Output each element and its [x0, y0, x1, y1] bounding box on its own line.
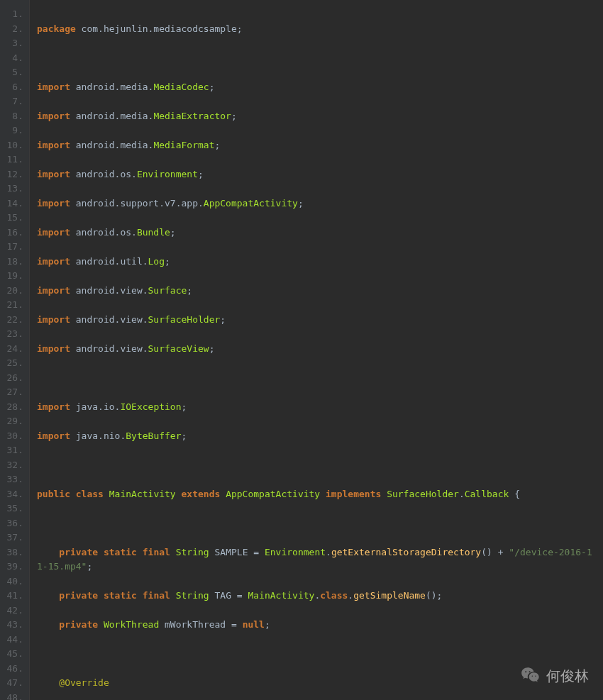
line-number: 14.	[0, 196, 23, 211]
line-number: 1.	[0, 7, 23, 22]
code-line[interactable]: import android.os.Bundle;	[37, 226, 603, 240]
line-number: 48.	[0, 691, 23, 701]
code-line[interactable]	[37, 516, 603, 531]
line-number: 42.	[0, 604, 23, 618]
line-number: 32.	[0, 458, 23, 473]
line-number: 10.	[0, 138, 23, 153]
line-number: 39.	[0, 560, 23, 574]
line-number: 38.	[0, 545, 23, 560]
code-line[interactable]: import android.view.SurfaceHolder;	[37, 313, 603, 328]
code-line[interactable]	[37, 458, 603, 473]
line-number: 33.	[0, 472, 23, 487]
line-number: 11.	[0, 152, 23, 167]
line-number: 31.	[0, 443, 23, 458]
line-number: 40.	[0, 574, 23, 589]
line-number: 22.	[0, 313, 23, 328]
code-line[interactable]: import android.view.Surface;	[37, 284, 603, 299]
line-gutter: 1. 2. 3. 4. 5. 6. 7. 8. 9. 10. 11. 12. 1…	[0, 0, 30, 700]
wechat-icon	[521, 666, 541, 686]
line-number: 21.	[0, 298, 23, 313]
code-line[interactable]: public class MainActivity extends AppCom…	[37, 487, 603, 502]
watermark: 何俊林	[521, 666, 589, 686]
line-number: 27.	[0, 385, 23, 400]
line-number: 46.	[0, 662, 23, 677]
line-number: 18.	[0, 255, 23, 270]
line-number: 5.	[0, 65, 23, 80]
line-number: 19.	[0, 269, 23, 284]
line-number: 24.	[0, 342, 23, 357]
line-number: 15.	[0, 211, 23, 226]
code-area[interactable]: package com.hejunlin.mediacodcsample; im…	[30, 0, 603, 700]
code-line[interactable]: package com.hejunlin.mediacodcsample;	[37, 22, 603, 37]
code-line[interactable]: import android.media.MediaExtractor;	[37, 109, 603, 124]
code-line[interactable]: private WorkThread mWorkThread = null;	[37, 618, 603, 633]
code-line[interactable]: import android.support.v7.app.AppCompatA…	[37, 196, 603, 211]
line-number: 2.	[0, 22, 23, 37]
line-number: 3.	[0, 36, 23, 51]
code-line[interactable]: private static final String SAMPLE = Env…	[37, 545, 603, 560]
line-number: 7.	[0, 94, 23, 109]
line-number: 34.	[0, 487, 23, 502]
line-number: 43.	[0, 618, 23, 633]
watermark-text: 何俊林	[546, 669, 589, 684]
line-number: 36.	[0, 516, 23, 531]
code-line[interactable]	[37, 371, 603, 386]
line-number: 6.	[0, 80, 23, 95]
code-line[interactable]: import android.media.MediaFormat;	[37, 138, 603, 153]
line-number: 13.	[0, 182, 23, 196]
line-number: 35.	[0, 501, 23, 516]
code-line[interactable]: import android.util.Log;	[37, 255, 603, 270]
line-number: 23.	[0, 327, 23, 342]
line-number: 41.	[0, 589, 23, 604]
line-number: 16.	[0, 226, 23, 240]
code-line[interactable]: import android.os.Environment;	[37, 167, 603, 182]
line-number: 26.	[0, 371, 23, 386]
line-number: 28.	[0, 400, 23, 415]
code-editor: 1. 2. 3. 4. 5. 6. 7. 8. 9. 10. 11. 12. 1…	[0, 0, 603, 700]
line-number: 17.	[0, 240, 23, 255]
line-number: 44.	[0, 633, 23, 648]
code-line[interactable]	[37, 51, 603, 66]
line-number: 37.	[0, 530, 23, 545]
code-line[interactable]: private static final String TAG = MainAc…	[37, 589, 603, 604]
code-line[interactable]: import android.view.SurfaceView;	[37, 342, 603, 357]
line-number: 12.	[0, 167, 23, 182]
line-number: 20.	[0, 284, 23, 299]
line-number: 25.	[0, 356, 23, 371]
line-number: 47.	[0, 676, 23, 691]
line-number: 30.	[0, 429, 23, 444]
code-line[interactable]: import java.io.IOException;	[37, 400, 603, 415]
line-number: 45.	[0, 647, 23, 662]
line-number: 29.	[0, 414, 23, 429]
line-number: 4.	[0, 51, 23, 66]
code-line[interactable]: @Override	[37, 676, 603, 691]
code-line[interactable]	[37, 647, 603, 662]
line-number: 8.	[0, 109, 23, 124]
code-line[interactable]: import android.media.MediaCodec;	[37, 80, 603, 95]
code-line[interactable]: import java.nio.ByteBuffer;	[37, 429, 603, 444]
line-number: 9.	[0, 123, 23, 138]
